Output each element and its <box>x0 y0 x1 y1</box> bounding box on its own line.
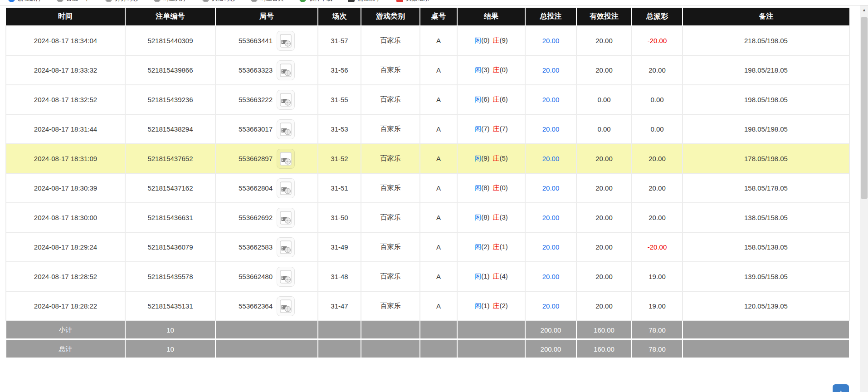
cell-result: 闲(8)庄(0) <box>457 173 525 203</box>
cell-result: 闲(9)庄(5) <box>457 144 525 173</box>
cell-session: 31-49 <box>318 232 361 262</box>
video-replay-icon[interactable] <box>277 90 295 110</box>
vertical-scrollbar[interactable]: ▲ <box>860 5 868 392</box>
bookmark-label: 时呈大厅 <box>163 0 187 3</box>
cell-bet-id: 521815436079 <box>125 232 215 262</box>
cell-table: A <box>420 144 457 173</box>
cell-total-bet: 20.00 <box>525 203 576 232</box>
bookmark-item[interactable]: 时呈首页 <box>251 0 284 3</box>
cell-time: 2024-08-17 18:32:52 <box>6 85 125 114</box>
subtotal-payout: 78.00 <box>632 321 683 339</box>
cell-valid-bet: 20.00 <box>576 55 632 85</box>
table-row[interactable]: 2024-08-17 18:30:39 521815437162 5536628… <box>6 173 849 203</box>
result-player-label: 闲 <box>474 213 481 221</box>
result-banker-label: 庄 <box>493 66 500 74</box>
cell-result: 闲(1)庄(2) <box>457 291 525 321</box>
grand-total-payout: 78.00 <box>632 339 683 358</box>
cell-remark: 158.05/138.05 <box>683 232 849 262</box>
cell-time: 2024-08-17 18:30:00 <box>6 203 125 232</box>
cell-round: 553662364 <box>215 291 318 321</box>
table-row[interactable]: 2024-08-17 18:33:32 521815439866 5536633… <box>6 55 849 85</box>
video-replay-icon[interactable] <box>277 237 295 257</box>
bookmark-item[interactable]: 熊猫助手 <box>348 0 381 3</box>
cell-remark: 198.05/198.05 <box>683 85 849 114</box>
table-header: 时间 注单编号 局号 场次 游戏类别 桌号 结果 总投注 有效投注 总派彩 备注 <box>6 8 849 26</box>
video-replay-icon[interactable] <box>277 178 295 198</box>
result-player-count: (6) <box>481 95 489 103</box>
cell-time: 2024-08-17 18:33:32 <box>6 55 125 85</box>
video-replay-icon[interactable] <box>277 119 295 139</box>
bookmark-item[interactable]: 百度一下 <box>57 0 90 3</box>
video-replay-icon[interactable] <box>277 60 295 80</box>
bookmark-item[interactable]: 天猫时彩 <box>202 0 235 3</box>
cell-total-bet: 20.00 <box>525 26 576 55</box>
cell-game-type: 百家乐 <box>361 203 420 232</box>
globe-favicon-icon <box>57 0 63 2</box>
cell-time: 2024-08-17 18:28:52 <box>6 262 125 291</box>
bookmark-label: 软件下载 <box>309 0 332 3</box>
round-number: 553663222 <box>239 96 273 103</box>
cell-bet-id: 521815436631 <box>125 203 215 232</box>
cell-valid-bet: 0.00 <box>576 85 632 114</box>
video-replay-icon[interactable] <box>277 31 295 51</box>
cell-bet-id: 521815435131 <box>125 291 215 321</box>
table-row[interactable]: 2024-08-17 18:34:04 521815440309 5536634… <box>6 26 849 55</box>
bookmark-item[interactable]: ✓软件下载 <box>299 0 332 3</box>
cell-session: 31-57 <box>318 26 361 55</box>
table-row[interactable]: 2024-08-17 18:30:00 521815436631 5536626… <box>6 203 849 232</box>
col-header-payout: 总派彩 <box>632 8 683 26</box>
back-to-top-button[interactable]: ↑ <box>833 384 849 392</box>
cell-session: 31-48 <box>318 262 361 291</box>
result-player-label: 闲 <box>474 302 481 309</box>
bookmarks-list: 新程旗行百度一下分分时彩时呈大厅天猫时彩时呈首页✓软件下载熊猫助手✕失败记录 <box>0 0 868 5</box>
scrollbar-thumb[interactable] <box>861 17 868 199</box>
red-favicon-icon: ✕ <box>396 0 403 2</box>
cell-round: 553662897 <box>215 144 318 173</box>
table-row[interactable]: 2024-08-17 18:31:44 521815438294 5536630… <box>6 114 849 144</box>
cell-payout: 20.00 <box>632 55 683 85</box>
cell-time: 2024-08-17 18:30:39 <box>6 173 125 203</box>
table-row[interactable]: 2024-08-17 18:32:52 521815439236 5536632… <box>6 85 849 114</box>
col-header-game-type: 游戏类别 <box>361 8 420 26</box>
bookmark-label: 天猫时彩 <box>212 0 235 3</box>
cell-session: 31-56 <box>318 55 361 85</box>
cell-session: 31-50 <box>318 203 361 232</box>
result-player-label: 闲 <box>474 184 481 191</box>
cell-remark: 218.05/198.05 <box>683 26 849 55</box>
video-replay-icon[interactable] <box>277 296 295 316</box>
cell-result: 闲(2)庄(1) <box>457 232 525 262</box>
scrollbar-up-arrow-icon[interactable]: ▲ <box>860 5 868 15</box>
result-player-count: (8) <box>481 213 489 221</box>
result-player-label: 闲 <box>474 36 481 44</box>
bookmark-item[interactable]: 新程旗行 <box>8 0 41 3</box>
table-row[interactable]: 2024-08-17 18:29:24 521815436079 5536625… <box>6 232 849 262</box>
cell-payout: 0.00 <box>632 114 683 144</box>
video-replay-icon[interactable] <box>277 267 295 287</box>
round-number: 553662692 <box>239 214 273 221</box>
cell-bet-id: 521815437652 <box>125 144 215 173</box>
result-player-count: (7) <box>481 125 489 132</box>
table-row[interactable]: 2024-08-17 18:28:52 521815435578 5536624… <box>6 262 849 291</box>
video-replay-icon[interactable] <box>277 208 295 228</box>
cell-bet-id: 521815438294 <box>125 114 215 144</box>
bookmark-item[interactable]: 分分时彩 <box>105 0 138 3</box>
bookmark-label: 新程旗行 <box>18 0 41 3</box>
result-banker-label: 庄 <box>493 125 500 132</box>
bookmarks-bar: 新程旗行百度一下分分时彩时呈大厅天猫时彩时呈首页✓软件下载熊猫助手✕失败记录 <box>0 0 868 5</box>
round-number: 553662583 <box>239 243 273 251</box>
table-row[interactable]: 2024-08-17 18:31:09 521815437652 5536628… <box>6 144 849 173</box>
cell-remark: 120.05/139.05 <box>683 291 849 321</box>
bookmark-item[interactable]: ✕失败记录 <box>396 0 429 3</box>
subtotal-row: 小计 10 200.00 160.00 78.00 <box>6 321 849 339</box>
col-header-total-bet: 总投注 <box>525 8 576 26</box>
round-number: 553663017 <box>239 125 273 133</box>
video-replay-icon[interactable] <box>277 149 295 169</box>
cell-total-bet: 20.00 <box>525 262 576 291</box>
cell-table: A <box>420 232 457 262</box>
col-header-time: 时间 <box>6 8 125 26</box>
cell-time: 2024-08-17 18:34:04 <box>6 26 125 55</box>
bookmark-item[interactable]: 时呈大厅 <box>154 0 187 3</box>
cell-round: 553663323 <box>215 55 318 85</box>
table-row[interactable]: 2024-08-17 18:28:22 521815435131 5536623… <box>6 291 849 321</box>
cell-result: 闲(3)庄(0) <box>457 55 525 85</box>
